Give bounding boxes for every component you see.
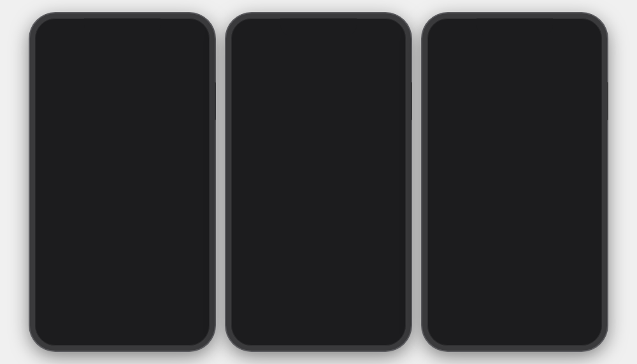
svg-point-27: [250, 148, 252, 150]
tool-tune-image-label: Tune Image: [240, 161, 266, 167]
tool-expand-label: Expand: [375, 197, 392, 204]
more-icon[interactable]: [188, 43, 199, 54]
tool-drama[interactable]: Drama: [318, 247, 362, 283]
thumbnail-1[interactable]: [39, 287, 69, 312]
tool-glamour-label: Glamour Glow: [237, 270, 269, 276]
brush-icon: [290, 218, 304, 232]
phone-2-header: OPEN: [231, 18, 406, 58]
thumbnail-labels: Fine Art Push Structure Silhouette: [35, 315, 210, 323]
compare-icon[interactable]: [580, 44, 592, 57]
tool-tonal-label: Tonal Contrast: [280, 270, 313, 276]
svg-line-39: [379, 190, 383, 193]
tool-curves[interactable]: Curves: [318, 138, 362, 174]
rotate-icon: [290, 181, 304, 195]
tune-image-icon: [246, 145, 260, 159]
svg-rect-52: [248, 298, 250, 300]
tool-hdr-scape[interactable]: HDR Scape: [362, 211, 406, 247]
black-white-icon: [377, 290, 391, 304]
tool-vintage[interactable]: Vintage: [362, 247, 406, 283]
tool-details[interactable]: Details: [275, 138, 319, 174]
tool-healing-label: Healing: [332, 234, 349, 240]
grainy-film-icon: [246, 290, 260, 304]
open-label[interactable]: OPEN: [45, 44, 68, 53]
svg-rect-53: [257, 295, 259, 297]
svg-point-23: [389, 51, 391, 53]
tool-grunge[interactable]: Grunge: [318, 283, 362, 319]
tool-expand[interactable]: Expand: [362, 174, 406, 211]
tool-drama-label: Drama: [333, 270, 348, 276]
curves-icon: [333, 145, 347, 159]
close-icon[interactable]: ✕: [436, 320, 454, 338]
thumb-label-2: Push: [72, 315, 103, 321]
tool-black-white[interactable]: Black & White: [362, 283, 406, 319]
perspective-icon: [333, 181, 347, 195]
tool-tune-image[interactable]: Tune Image: [231, 138, 275, 174]
info-icon[interactable]: [170, 43, 182, 54]
tool-grainy-film[interactable]: Grainy Film: [231, 283, 275, 319]
crop-icon: [246, 181, 260, 195]
svg-point-15: [352, 45, 354, 46]
svg-point-4: [159, 48, 161, 50]
tool-glamour-glow[interactable]: Glamour Glow: [231, 247, 275, 283]
svg-rect-36: [385, 153, 389, 157]
target-icon[interactable]: [471, 320, 489, 338]
svg-rect-34: [385, 148, 389, 152]
tool-selective-label: Selective: [243, 234, 263, 240]
svg-rect-50: [248, 293, 259, 301]
tool-rotate[interactable]: Rotate: [275, 174, 319, 211]
tool-crop-label: Crop: [248, 197, 259, 204]
tool-healing[interactable]: Healing: [318, 211, 362, 247]
more-icon-2[interactable]: [384, 43, 396, 54]
bw-photo: [35, 58, 210, 283]
svg-point-17: [352, 50, 354, 52]
tool-brush[interactable]: Brush: [275, 211, 319, 247]
glamour-glow-icon: [246, 254, 260, 268]
tool-retrolux[interactable]: Retrolux: [275, 283, 319, 319]
thumbnail-3[interactable]: [105, 287, 136, 312]
tool-retrolux-label: Retrolux: [287, 306, 306, 312]
info-icon-2[interactable]: [366, 43, 378, 54]
svg-rect-59: [582, 45, 585, 54]
tune-icon-2[interactable]: [348, 43, 360, 54]
nav-looks-1[interactable]: LOOKS: [35, 329, 93, 339]
open-label-2[interactable]: OPEN: [241, 44, 264, 53]
nav-export-1[interactable]: EXPORT: [152, 329, 210, 339]
tool-perspective-label: Perspective: [327, 197, 354, 204]
svg-point-28: [254, 151, 256, 153]
adjust-icon[interactable]: [506, 320, 524, 338]
thumbnail-2[interactable]: [72, 287, 103, 312]
header-icons: [152, 43, 199, 54]
flower-image: [427, 57, 602, 314]
tool-crop[interactable]: Crop: [231, 174, 275, 211]
check-icon[interactable]: ✓: [576, 320, 594, 338]
vintage-icon: [377, 254, 391, 268]
svg-point-3: [155, 45, 157, 46]
svg-rect-54: [257, 298, 259, 300]
tool-details-label: Details: [289, 161, 304, 167]
phone-1-screen: OPEN: [35, 18, 210, 346]
phone-1: OPEN: [30, 13, 215, 351]
bottom-nav-2: LOOKS TOOLS EXPORT: [231, 323, 406, 346]
thumbnail-4[interactable]: [138, 287, 169, 312]
svg-point-49: [386, 258, 388, 260]
grunge-icon: [333, 290, 347, 304]
selective-icon: [246, 218, 260, 232]
tool-tonal-contrast[interactable]: Tonal Contrast: [275, 247, 319, 283]
nav-tools-1[interactable]: TOOLS: [93, 329, 151, 339]
tool-brush-label: Brush: [290, 234, 303, 240]
thumbnail-circle[interactable]: →: [174, 290, 194, 310]
svg-point-22: [389, 48, 391, 50]
nav-export-2[interactable]: EXPORT: [348, 329, 406, 339]
svg-point-63: [479, 328, 480, 330]
blur-title: Blur Strength +27: [485, 43, 545, 52]
blur-dot[interactable]: [527, 191, 533, 197]
brush-icon-3[interactable]: [541, 320, 559, 338]
tool-perspective[interactable]: Perspective: [318, 174, 362, 211]
nav-looks-2[interactable]: LOOKS: [231, 329, 289, 339]
tool-selective[interactable]: Selective: [231, 211, 275, 247]
tune-icon[interactable]: [152, 43, 164, 54]
tool-white-balance[interactable]: White Balance: [362, 138, 406, 174]
tonal-contrast-icon: [290, 254, 304, 268]
nav-tools-2[interactable]: TOOLS: [289, 329, 347, 339]
tool-rotate-label: Rotate: [289, 197, 304, 204]
